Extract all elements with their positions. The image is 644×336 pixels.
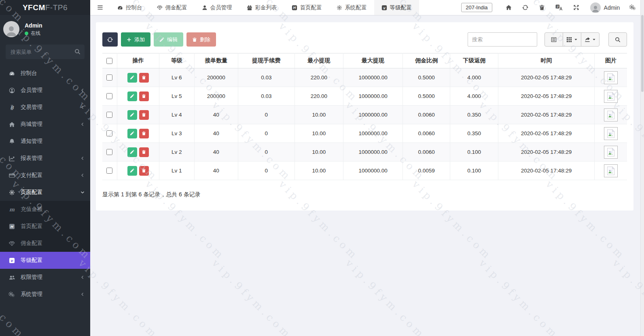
row-edit-button[interactable] [127, 166, 137, 176]
level-image[interactable] [604, 90, 618, 103]
row-edit-button[interactable] [127, 129, 137, 138]
row-edit-button[interactable] [127, 91, 137, 101]
plus-icon [127, 37, 131, 42]
row-delete-button[interactable] [139, 147, 149, 157]
cell-time: 2020-02-05 17:48:29 [498, 143, 594, 162]
h-square-icon: H [292, 5, 297, 11]
delete-button[interactable]: 删除 [186, 32, 216, 47]
pencil-icon [159, 37, 164, 42]
row-delete-button[interactable] [139, 73, 149, 83]
columns-button[interactable] [563, 32, 581, 47]
level-image[interactable] [604, 71, 618, 84]
tab-bonus-list[interactable]: 彩金列表 [239, 0, 284, 15]
tab-label: 彩金列表 [255, 4, 277, 11]
cogs-icon [8, 291, 15, 298]
tab-members[interactable]: 会员管理 [195, 0, 239, 15]
edit-button[interactable]: 编辑 [154, 32, 183, 47]
table-row: Lv 440010.001000000.000.00600.3502020-02… [102, 106, 627, 124]
refresh-icon [522, 4, 528, 11]
language-button[interactable]: 文 [550, 4, 568, 11]
row-edit-button[interactable] [127, 73, 137, 83]
sidebar-item-permissions[interactable]: 权限管理 [0, 269, 90, 286]
row-delete-button[interactable] [139, 110, 149, 120]
level-image[interactable] [604, 127, 618, 140]
sidebar-item-members[interactable]: 会员管理 [0, 82, 90, 99]
app-logo[interactable]: YFCMF-TP6 [0, 0, 90, 15]
level-image[interactable] [604, 108, 618, 121]
tab-system-config[interactable]: 系统配置 [329, 0, 374, 15]
cell-orders: 40 [194, 162, 238, 180]
sidebar-item-mall[interactable]: 商城管理 [0, 116, 90, 133]
row-select-cell [102, 68, 117, 87]
sidebar-item-dashboard[interactable]: 控制台 [0, 65, 90, 82]
select-all-checkbox[interactable] [106, 58, 112, 64]
search-button[interactable] [608, 32, 627, 47]
level-image[interactable] [604, 146, 618, 159]
tab-level-config[interactable]: v等级配置 [374, 0, 419, 15]
row-delete-button[interactable] [139, 91, 149, 101]
tab-dashboard[interactable]: 控制台 [110, 0, 150, 15]
sidebar-item-trades[interactable]: B交易管理 [0, 99, 90, 116]
row-checkbox[interactable] [106, 168, 112, 174]
table-row: Lv 240010.001000000.000.00600.1002020-02… [102, 143, 627, 162]
table-row: Lv 52000000.03220.001000000.000.50004.00… [102, 87, 627, 106]
cell-withdraw-fee: 0.03 [238, 68, 295, 87]
level-image[interactable] [604, 164, 618, 177]
sidebar-item-commission-config[interactable]: 佣金配置 [0, 235, 90, 252]
sidebar-search-input[interactable] [6, 45, 85, 59]
site-badge[interactable]: 207-India [461, 3, 492, 12]
export-button[interactable] [581, 32, 600, 47]
sidebar-item-recharge-amount[interactable]: m充值金额 [0, 201, 90, 218]
svg-text:v: v [11, 258, 13, 263]
cell-orders: 40 [194, 106, 238, 124]
user-name: Admin [25, 21, 42, 30]
user-icon [202, 5, 208, 11]
sidebar-item-page-config[interactable]: 页面配置 [0, 184, 90, 201]
row-actions-cell [117, 124, 159, 143]
sidebar-item-home-config[interactable]: H首页配置 [0, 218, 90, 235]
cell-commission-rate: 0.0060 [402, 124, 450, 143]
svg-text:B: B [10, 104, 14, 110]
detail-view-button[interactable] [544, 32, 563, 47]
avatar[interactable] [3, 21, 19, 37]
sidebar-item-notifications[interactable]: 通知管理 [0, 133, 90, 150]
column-header: 最大提现 [343, 53, 403, 68]
row-checkbox[interactable] [106, 130, 112, 136]
cell-time: 2020-02-05 17:48:29 [498, 106, 594, 124]
home-button[interactable] [500, 4, 517, 11]
refresh-button[interactable] [517, 4, 534, 11]
fullscreen-button[interactable] [568, 4, 585, 11]
sidebar-item-payment-config[interactable]: 支付配置 [0, 167, 90, 184]
row-edit-button[interactable] [127, 147, 137, 157]
cell-commission-rate: 0.5000 [402, 68, 450, 87]
select-all-header [102, 53, 117, 68]
pencil-icon [130, 131, 134, 136]
row-checkbox[interactable] [106, 112, 112, 118]
sidebar-item-reports[interactable]: 报表管理 [0, 150, 90, 167]
sidebar-item-level-config[interactable]: v等级配置 [0, 252, 90, 269]
row-delete-button[interactable] [139, 129, 149, 138]
scrollbar-thumb[interactable] [641, 15, 644, 92]
refresh-table-button[interactable] [102, 32, 118, 47]
add-button[interactable]: 添加 [121, 32, 150, 47]
column-header: 佣金比例 [402, 53, 450, 68]
settings-button[interactable] [624, 4, 638, 11]
tab-commission-config[interactable]: 佣金配置 [150, 0, 195, 15]
pencil-icon [130, 113, 134, 117]
broken-image-icon [607, 166, 615, 175]
sidebar-toggle-button[interactable] [90, 0, 110, 15]
table-search-input[interactable] [468, 32, 537, 47]
row-edit-button[interactable] [127, 110, 137, 120]
row-checkbox[interactable] [106, 93, 112, 99]
scrollbar[interactable] [640, 0, 644, 336]
navbar-user-menu[interactable]: Admin [590, 2, 620, 13]
sidebar-item-system[interactable]: 系统管理 [0, 286, 90, 303]
sidebar-item-label: 报表管理 [21, 155, 42, 162]
clear-cache-button[interactable] [534, 4, 550, 11]
column-header: 提现手续费 [238, 53, 295, 68]
cell-sub-rebate: 0.100 [450, 162, 498, 180]
row-checkbox[interactable] [106, 149, 112, 155]
row-checkbox[interactable] [106, 74, 112, 81]
row-delete-button[interactable] [139, 166, 149, 176]
tab-home-config[interactable]: H首页配置 [284, 0, 329, 15]
